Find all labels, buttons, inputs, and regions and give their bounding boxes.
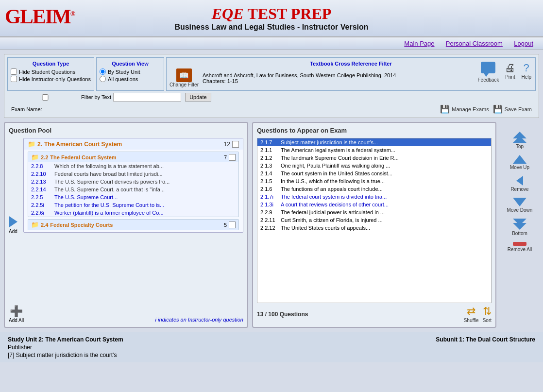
- subunit2-header[interactable]: 📁 2.4 Federal Specialty Courts 5: [28, 220, 238, 230]
- exam-q-item[interactable]: 2.2.12 The United States courts of appea…: [257, 224, 491, 232]
- list-item[interactable]: 2.2.13 The U.S. Supreme Court derives it…: [28, 178, 238, 186]
- remove-button[interactable]: Remove: [510, 176, 528, 192]
- sort-button[interactable]: ⇅ Sort: [483, 305, 492, 323]
- move-up-button[interactable]: Move Up: [510, 155, 529, 170]
- hide-student-label[interactable]: Hide Student Questions: [11, 68, 91, 75]
- all-questions-label[interactable]: All questions: [100, 76, 161, 82]
- exam-q-item[interactable]: 2.2.9 The federal judicial power is arti…: [257, 208, 491, 216]
- exam-q-item[interactable]: 2.1.7 Subject-matter jurisdiction is the…: [257, 138, 491, 146]
- chapter-title: 📁 2. The American Court System: [28, 140, 122, 148]
- exam-name-row: Exam Name: 💾 Manage Exams 💾 Save Exam: [7, 103, 536, 115]
- add-all-button[interactable]: ➕ Add All: [9, 305, 24, 323]
- feedback-button[interactable]: Feedback: [478, 62, 499, 83]
- subunit-name: The Federal Court System: [50, 154, 116, 160]
- study-unit-label: Study Unit 2: The American Court System: [8, 336, 123, 343]
- textbook-actions: Feedback 🖨 Print ? Help: [478, 62, 532, 83]
- logout-link[interactable]: Logout: [514, 40, 533, 47]
- question-type-box: Question Type Hide Student Questions Hid…: [7, 57, 94, 91]
- exam-q-item[interactable]: 2.1.4 The court system in the United Sta…: [257, 170, 491, 177]
- top-icon: [513, 132, 526, 143]
- manage-exams-button[interactable]: 💾 Manage Exams: [440, 104, 489, 114]
- chapter-checkbox[interactable]: [232, 141, 239, 148]
- question-type-title: Question Type: [11, 61, 91, 67]
- logo-text: GLEIM®: [5, 5, 74, 28]
- all-questions-radio[interactable]: [100, 76, 106, 82]
- filter-by-text: Filter by Text: [11, 93, 181, 102]
- subunit2-folder-icon: 📁: [31, 221, 39, 228]
- main-page-link[interactable]: Main Page: [404, 40, 434, 47]
- filter-section: Question Type Hide Student Questions Hid…: [4, 54, 539, 118]
- bottom-icon: [513, 219, 526, 230]
- instructor-note: i indicates an Instructor-only question: [155, 316, 243, 323]
- publisher-label: Publisher: [8, 344, 535, 351]
- app-subtitle: Business Law and Legal Studies - Instruc…: [10, 23, 533, 32]
- subunit2-title: 📁 2.4 Federal Specialty Courts: [31, 221, 113, 228]
- help-button[interactable]: ? Help: [521, 62, 531, 80]
- personal-classroom-link[interactable]: Personal Classroom: [446, 40, 503, 47]
- subunit-count: 7: [224, 154, 236, 161]
- question-list: 2.2.8 Which of the following is a true s…: [28, 162, 238, 217]
- filter-text-checkbox[interactable]: [11, 94, 79, 101]
- list-item[interactable]: 2.2.6i Worker (plaintiff) is a former em…: [28, 209, 238, 217]
- subunit2-number: 2.4: [41, 222, 48, 228]
- exam-q-item[interactable]: 2.2.11 Curt Smith, a citizen of Florida,…: [257, 216, 491, 224]
- exam-questions-title: Questions to Appear on Exam: [257, 127, 492, 134]
- hide-instructor-label[interactable]: Hide Instructor-only Questions: [11, 76, 91, 82]
- subunit2-checkbox[interactable]: [229, 222, 236, 228]
- move-down-button[interactable]: Move Down: [507, 198, 533, 213]
- exam-actions: ⇄ Shuffle ⇅ Sort: [464, 305, 492, 323]
- add-all-section: ➕ Add All: [9, 305, 24, 323]
- exam-questions: Questions to Appear on Exam 2.1.7 Subjec…: [252, 122, 496, 328]
- chapter-header[interactable]: 📁 2. The American Court System 12: [24, 138, 243, 150]
- bottom-button[interactable]: Bottom: [512, 219, 527, 236]
- move-down-icon: [513, 198, 526, 206]
- list-item[interactable]: 2.2.8 Which of the following is a true s…: [28, 162, 238, 170]
- exam-footer: 13 / 100 Questions ⇄ Shuffle ⇅ Sort: [257, 305, 492, 323]
- list-item[interactable]: 2.2.5 The U.S. Supreme Court...: [28, 193, 238, 201]
- pool-content: 📁 2. The American Court System 12 📁: [23, 138, 243, 233]
- app-title: EQE Test Prep: [10, 5, 533, 23]
- question-pool-title: Question Pool: [9, 127, 243, 134]
- exam-q-item[interactable]: 2.1.5 In the U.S., which of the followin…: [257, 177, 491, 185]
- question-count: 13 / 100 Questions: [257, 311, 308, 318]
- exam-q-item[interactable]: 2.1.3i A court that reviews decisions of…: [257, 201, 491, 208]
- subunit2-count: 5: [224, 222, 236, 228]
- filter-text-input[interactable]: [113, 93, 181, 102]
- logo: GLEIM®: [5, 5, 74, 28]
- list-item[interactable]: 2.2.10 Federal courts have broad but lim…: [28, 170, 238, 178]
- list-item[interactable]: 2.2.14 The U.S. Supreme Court, a court t…: [28, 186, 238, 193]
- by-study-unit-radio[interactable]: [100, 68, 106, 75]
- header-content: GLEIM® EQE Test Prep Business Law and Le…: [0, 0, 543, 37]
- subunit-label: Subunit 1: The Dual Court Structure: [436, 336, 535, 343]
- exam-q-item[interactable]: 2.1.3 One night, Paula Plaintiff was wal…: [257, 162, 491, 170]
- exam-q-item[interactable]: 2.1.1 The American legal system is a fed…: [257, 146, 491, 154]
- hide-student-checkbox[interactable]: [11, 68, 17, 75]
- add-button[interactable]: Add: [9, 216, 17, 234]
- print-button[interactable]: 🖨 Print: [505, 62, 515, 80]
- subunit-header[interactable]: 📁 2.2 The Federal Court System 7: [28, 152, 238, 162]
- subunit-checkbox[interactable]: [229, 154, 236, 161]
- shuffle-button[interactable]: ⇄ Shuffle: [464, 305, 479, 323]
- header: GLEIM® EQE Test Prep Business Law and Le…: [0, 0, 543, 50]
- textbook-content: 📖 Change Filter Ashcroft and Ashcroft, L…: [170, 68, 532, 87]
- exam-q-item[interactable]: 2.1.6 The functions of an appeals court …: [257, 185, 491, 193]
- top-button[interactable]: Top: [513, 132, 526, 149]
- bottom-info: Study Unit 2: The American Court System …: [0, 332, 543, 362]
- remove-all-button[interactable]: Remove All: [508, 242, 532, 252]
- exam-q-item[interactable]: 2.1.2 The landmark Supreme Court decisio…: [257, 154, 491, 162]
- hide-instructor-checkbox[interactable]: [11, 76, 17, 82]
- subunit2-item: 📁 2.4 Federal Specialty Courts 5: [28, 219, 239, 230]
- save-exam-button[interactable]: 💾 Save Exam: [493, 104, 532, 114]
- change-filter-btn[interactable]: 📖 Change Filter: [170, 68, 199, 87]
- textbook-filter-box: Textbook Cross Reference Filter 📖 Change…: [166, 57, 536, 91]
- nav-bar: Main Page Personal Classroom Logout: [0, 37, 543, 50]
- exam-q-item[interactable]: 2.1.7i The federal court system is divid…: [257, 193, 491, 201]
- update-button[interactable]: Update: [185, 93, 211, 102]
- filter-row: Question Type Hide Student Questions Hid…: [7, 57, 536, 91]
- right-controls: Top Move Up Remove Move Down Bottom: [500, 122, 539, 328]
- by-study-unit-label[interactable]: By Study Unit: [100, 68, 161, 75]
- subunit2-name: Federal Specialty Courts: [50, 222, 113, 228]
- subunit-folder-icon: 📁: [31, 153, 39, 161]
- bottom-row1: Study Unit 2: The American Court System …: [8, 336, 535, 343]
- list-item[interactable]: 2.2.5i The petition for the U.S. Supreme…: [28, 201, 238, 209]
